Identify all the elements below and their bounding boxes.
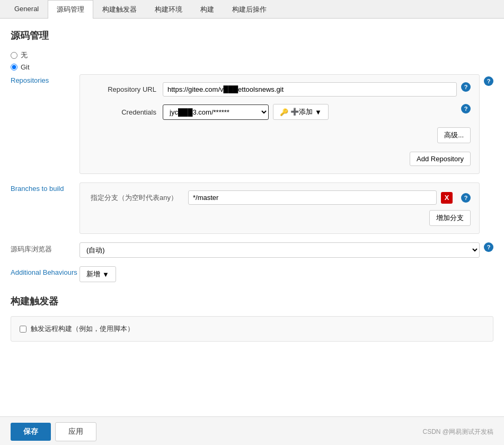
branches-section: 指定分支（为空时代表any） X ? 增加分支 bbox=[79, 182, 480, 234]
repositories-label: Repositories bbox=[11, 74, 79, 84]
branch-help-icon[interactable]: ? bbox=[461, 193, 471, 203]
remove-branch-button[interactable]: X bbox=[441, 192, 453, 204]
key-icon: 🔑 bbox=[280, 108, 288, 116]
tab-build[interactable]: 构建 bbox=[191, 0, 223, 19]
repo-buttons-row: 高级... Add Repository bbox=[89, 127, 471, 166]
credentials-label: Credentials bbox=[89, 108, 163, 116]
branches-label: Branches to build bbox=[11, 182, 79, 193]
repo-url-input[interactable] bbox=[163, 82, 457, 97]
add-repository-button[interactable]: Add Repository bbox=[410, 152, 471, 166]
tab-general[interactable]: General bbox=[5, 0, 48, 19]
radio-git-item[interactable]: Git bbox=[11, 63, 493, 71]
source-section-title: 源码管理 bbox=[11, 29, 493, 42]
new-behaviour-label: 新增 bbox=[86, 269, 100, 279]
add-credentials-button[interactable]: 🔑 ➕添加 ▼ bbox=[273, 104, 329, 120]
browser-right: (自动) ? bbox=[79, 242, 493, 258]
tab-trigger[interactable]: 构建触发器 bbox=[93, 0, 146, 19]
browser-row: 源码库浏览器 (自动) ? bbox=[11, 242, 493, 258]
footer-bar: 保存 应用 CSDN @网易测试开发稿 bbox=[0, 416, 504, 445]
advanced-button[interactable]: 高级... bbox=[437, 127, 471, 143]
branches-block: 指定分支（为空时代表any） X ? 增加分支 bbox=[79, 182, 480, 234]
repo-url-label: Repository URL bbox=[89, 85, 163, 93]
trigger-checkbox[interactable] bbox=[20, 326, 26, 333]
apply-button[interactable]: 应用 bbox=[55, 422, 96, 441]
trigger-label: 触发远程构建（例如，使用脚本） bbox=[31, 324, 134, 334]
radio-none[interactable] bbox=[11, 52, 17, 59]
browser-label: 源码库浏览器 bbox=[11, 242, 79, 254]
credentials-select[interactable]: jyc███3.com/****** bbox=[163, 104, 269, 120]
branch-field-label: 指定分支（为空时代表any） bbox=[89, 193, 184, 203]
repo-url-row: Repository URL ? bbox=[89, 82, 471, 97]
tab-source[interactable]: 源码管理 bbox=[48, 0, 93, 19]
trigger-row: 触发远程构建（例如，使用脚本） bbox=[20, 324, 484, 334]
add-branch-button[interactable]: 增加分支 bbox=[429, 210, 471, 226]
trigger-section-title: 构建触发器 bbox=[11, 295, 493, 308]
add-credentials-label: ➕添加 bbox=[290, 107, 313, 117]
branches-row: Branches to build 指定分支（为空时代表any） X ? 增加分… bbox=[11, 182, 493, 234]
repositories-help-icon[interactable]: ? bbox=[484, 76, 493, 86]
radio-none-label: 无 bbox=[21, 50, 28, 60]
browser-help-icon[interactable]: ? bbox=[484, 242, 493, 252]
credentials-row: Credentials jyc███3.com/****** 🔑 ➕添加 ▼ bbox=[89, 104, 471, 120]
repo-url-help-icon[interactable]: ? bbox=[461, 82, 471, 92]
add-branch-row: 增加分支 bbox=[89, 210, 471, 226]
add-credentials-arrow: ▼ bbox=[315, 108, 322, 116]
radio-none-item[interactable]: 无 bbox=[11, 50, 493, 60]
radio-git-label: Git bbox=[21, 63, 30, 71]
radio-git[interactable] bbox=[11, 64, 17, 71]
browser-select[interactable]: (自动) bbox=[79, 242, 480, 258]
watermark: CSDN @网易测试开发稿 bbox=[422, 427, 493, 437]
tab-build-env[interactable]: 构建环境 bbox=[146, 0, 191, 19]
branch-input[interactable] bbox=[188, 190, 437, 205]
additional-row: Additional Behaviours 新增 ▼ bbox=[11, 266, 493, 282]
tab-bar: General 源码管理 构建触发器 构建环境 构建 构建后操作 bbox=[0, 0, 504, 19]
main-content: 源码管理 无 Git Repositories Repository URL ? bbox=[0, 19, 504, 416]
new-behaviour-arrow: ▼ bbox=[102, 271, 109, 278]
tab-post-build[interactable]: 构建后操作 bbox=[223, 0, 276, 19]
additional-label: Additional Behaviours bbox=[11, 266, 79, 276]
repositories-row: Repositories Repository URL ? Credential… bbox=[11, 74, 493, 174]
repositories-section: Repository URL ? Credentials jyc███3.com… bbox=[79, 74, 480, 174]
repositories-block: Repository URL ? Credentials jyc███3.com… bbox=[79, 74, 480, 174]
branch-field-row: 指定分支（为空时代表any） X ? bbox=[89, 190, 471, 205]
additional-right: 新增 ▼ bbox=[79, 266, 116, 282]
new-behaviour-button[interactable]: 新增 ▼ bbox=[79, 266, 116, 282]
credentials-help-icon[interactable]: ? bbox=[461, 104, 471, 114]
trigger-block: 触发远程构建（例如，使用脚本） bbox=[11, 316, 493, 342]
save-button[interactable]: 保存 bbox=[11, 423, 51, 441]
